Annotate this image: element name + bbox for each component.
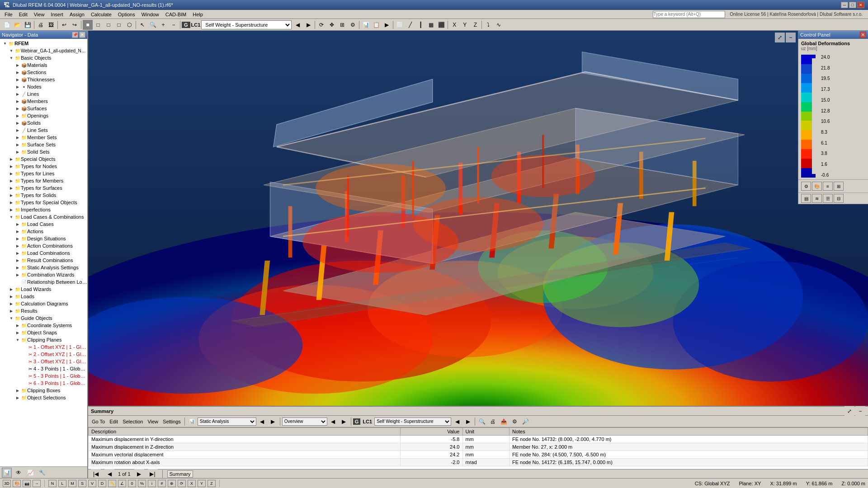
cp-btn-6[interactable]: ≋ bbox=[812, 194, 822, 203]
menu-help[interactable]: Help bbox=[190, 11, 206, 18]
nav-view-btn[interactable]: 👁 bbox=[14, 468, 24, 478]
nav-expand-membersets[interactable]: ▶ bbox=[14, 134, 21, 141]
nav-expand-cd[interactable]: ▶ bbox=[8, 300, 14, 307]
nav-expand-solidsets[interactable]: ▶ bbox=[14, 149, 21, 155]
nav-surfaces[interactable]: ▶ 📦 Surfaces bbox=[0, 105, 87, 112]
nav-pin-button[interactable]: 📌 bbox=[72, 32, 78, 38]
nav-guide-btn[interactable]: 🔧 bbox=[37, 468, 47, 478]
nav-expand-materials[interactable]: ▶ bbox=[14, 62, 21, 68]
nav-results-btn[interactable]: 📈 bbox=[25, 468, 35, 478]
nav-expand-special[interactable]: ▶ bbox=[8, 156, 14, 162]
prev-overview-button[interactable]: ◀ bbox=[328, 417, 338, 427]
search-input[interactable] bbox=[653, 11, 725, 18]
nav-loads[interactable]: ▶ 📁 Loads bbox=[0, 293, 87, 300]
nav-expand-surfsets[interactable]: ▶ bbox=[14, 141, 21, 148]
page-prev-button[interactable]: ◀ bbox=[104, 469, 114, 479]
menu-file[interactable]: File bbox=[2, 11, 15, 18]
save-button[interactable]: 💾 bbox=[23, 20, 33, 30]
fit-button[interactable]: ⊞ bbox=[337, 20, 347, 30]
status-info-button[interactable]: i bbox=[148, 480, 156, 487]
view-3d-button[interactable]: ■ bbox=[83, 20, 93, 30]
bottom-export-button[interactable]: 📤 bbox=[499, 417, 509, 427]
zoom-out-button[interactable]: − bbox=[169, 20, 179, 30]
nav-expand-solids[interactable]: ▶ bbox=[14, 120, 21, 126]
nav-actions[interactable]: ▶ 📁 Actions bbox=[0, 228, 87, 235]
view-xy-button[interactable]: □ bbox=[93, 20, 103, 30]
results-button[interactable]: 📊 bbox=[361, 20, 371, 30]
cp-btn-5[interactable]: ▤ bbox=[801, 194, 811, 203]
nav-load-wizards[interactable]: ▶ 📁 Load Wizards bbox=[0, 286, 87, 293]
selection-menu[interactable]: Selection bbox=[121, 418, 145, 425]
view-settings-button[interactable]: ⚙ bbox=[348, 20, 358, 30]
nav-static-analysis[interactable]: ▶ 📁 Static Analysis Settings bbox=[0, 264, 87, 271]
page-last-button[interactable]: ▶| bbox=[148, 469, 158, 479]
lc-prev-button[interactable]: ◀ bbox=[292, 20, 302, 30]
menu-view[interactable]: View bbox=[31, 11, 47, 18]
viewport-3d[interactable]: Control Panel ✕ Global Deformations uz [… bbox=[88, 31, 868, 406]
nav-member-sets[interactable]: ▶ 📁 Member Sets bbox=[0, 134, 87, 141]
status-percent-button[interactable]: % bbox=[138, 480, 146, 487]
cp-btn-8[interactable]: ⊟ bbox=[834, 194, 844, 203]
nav-imperfections[interactable]: ▶ 📁 Imperfections bbox=[0, 206, 87, 213]
bottom-lc-next[interactable]: ▶ bbox=[463, 417, 473, 427]
status-detail-button[interactable]: D bbox=[98, 480, 106, 487]
nav-expand-actions[interactable]: ▶ bbox=[14, 228, 21, 235]
open-button[interactable]: 📂 bbox=[12, 20, 22, 30]
status-camera-button[interactable]: 📷 bbox=[23, 480, 31, 487]
status-solid-button[interactable]: V bbox=[88, 480, 96, 487]
nav-root-rfem[interactable]: ▼ 📁 RFEM bbox=[0, 40, 87, 47]
cp-btn-4[interactable]: ⊞ bbox=[834, 182, 844, 191]
nav-expand-tlines[interactable]: ▶ bbox=[8, 170, 14, 177]
axis-x-btn[interactable]: X bbox=[449, 20, 459, 30]
menu-edit[interactable]: Edit bbox=[16, 11, 30, 18]
lc-next-button[interactable]: ▶ bbox=[303, 20, 313, 30]
page-next-button[interactable]: ▶ bbox=[134, 469, 144, 479]
axis-z-btn[interactable]: Z bbox=[470, 20, 480, 30]
nav-project[interactable]: ▼ 📁 Webinar_GA-1_all-updated_NO-resul bbox=[0, 47, 87, 54]
nav-design-situations[interactable]: ▶ 📁 Design Situations bbox=[0, 235, 87, 242]
nav-expand-tnodes[interactable]: ▶ bbox=[8, 163, 14, 169]
nav-expand-go[interactable]: ▼ bbox=[8, 315, 14, 321]
nav-expand-rfem[interactable]: ▼ bbox=[2, 40, 8, 47]
nav-expand-sa[interactable]: ▶ bbox=[14, 264, 21, 271]
zoom-button[interactable]: 🔍 bbox=[148, 20, 158, 30]
bottom-close-button[interactable]: − bbox=[855, 406, 865, 416]
view-yz-button[interactable]: □ bbox=[114, 20, 124, 30]
nav-expand-basic[interactable]: ▼ bbox=[8, 55, 14, 61]
nav-types-members[interactable]: ▶ 📁 Types for Members bbox=[0, 177, 87, 184]
nav-cp5[interactable]: ✂ 5 - 3 Points | 1 - Global XYZ bbox=[0, 372, 87, 380]
nav-expand-sections[interactable]: ▶ bbox=[14, 69, 21, 75]
nav-expand-lcc[interactable]: ▼ bbox=[8, 214, 14, 220]
nav-cp6[interactable]: ✂ 6 - 3 Points | 1 - Global XYZ bbox=[0, 380, 87, 387]
undo-button[interactable]: ↩ bbox=[59, 20, 69, 30]
status-measure-button[interactable]: 📏 bbox=[108, 480, 116, 487]
nav-sections[interactable]: ▶ 📦 Sections bbox=[0, 69, 87, 76]
nav-coord-systems[interactable]: ▶ 📁 Coordinate Systems bbox=[0, 322, 87, 329]
cp-btn-2[interactable]: 🎨 bbox=[812, 182, 822, 191]
nav-action-combinations[interactable]: ▶ 📁 Action Combinations bbox=[0, 242, 87, 249]
nav-expand-cp[interactable]: ▼ bbox=[14, 337, 21, 343]
nav-types-nodes[interactable]: ▶ 📁 Types for Nodes bbox=[0, 163, 87, 170]
nav-cp1[interactable]: ✂ 1 - Offset XYZ | 1 - Global X bbox=[0, 343, 87, 351]
status-x-button[interactable]: X bbox=[188, 480, 196, 487]
nav-types-lines[interactable]: ▶ 📁 Types for Lines bbox=[0, 170, 87, 177]
table-row[interactable]: Maximum vectorial displacement 24.2 mm F… bbox=[89, 451, 868, 459]
nav-close-button[interactable]: ✕ bbox=[79, 32, 85, 38]
nav-expand-rcombo[interactable]: ▶ bbox=[14, 257, 21, 263]
nav-cp3[interactable]: ✂ 3 - Offset XYZ | 1 - Global X bbox=[0, 358, 87, 365]
menu-assign[interactable]: Assign bbox=[67, 11, 87, 18]
nav-cp2[interactable]: ✂ 2 - Offset XYZ | 1 - Global X bbox=[0, 351, 87, 358]
nav-expand-cb[interactable]: ▶ bbox=[14, 387, 21, 394]
nav-line-sets[interactable]: ▶ ╱ Line Sets bbox=[0, 127, 87, 134]
table-row[interactable]: Maximum displacement in Z-direction 24.0… bbox=[89, 443, 868, 451]
redo-button[interactable]: ↪ bbox=[70, 20, 80, 30]
nav-expand-cw[interactable]: ▶ bbox=[14, 272, 21, 278]
line-btn[interactable]: ╱ bbox=[405, 20, 415, 30]
nav-expand-cs[interactable]: ▶ bbox=[14, 322, 21, 328]
nav-expand-lcombo[interactable]: ▶ bbox=[14, 250, 21, 256]
nav-relationship-lc[interactable]: 📄 Relationship Between Load C bbox=[0, 278, 87, 286]
bottom-lc-prev[interactable]: ◀ bbox=[452, 417, 462, 427]
maximize-button[interactable]: □ bbox=[849, 2, 856, 8]
nav-expand-tmembers[interactable]: ▶ bbox=[8, 178, 14, 184]
status-path-button[interactable]: → bbox=[33, 480, 41, 487]
